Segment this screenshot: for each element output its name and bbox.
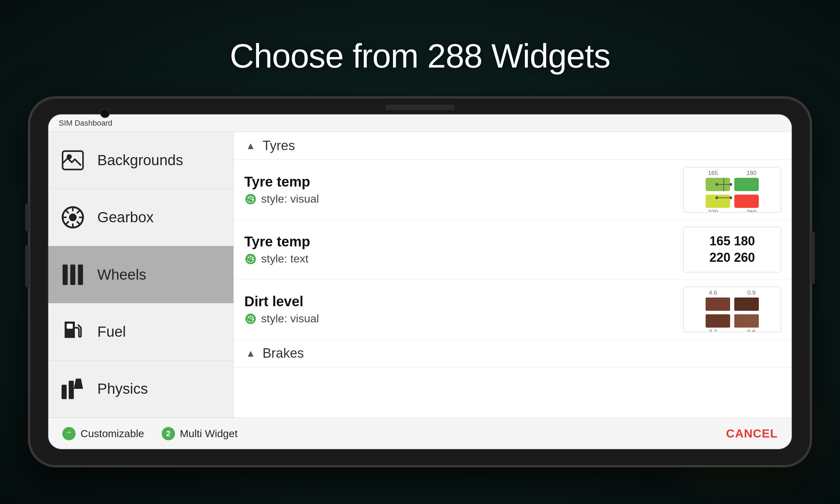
dirt-cell-tr <box>734 298 759 311</box>
svg-point-22 <box>252 197 254 198</box>
section-title-brakes: Brakes <box>262 346 304 361</box>
tyre-label-180: 180 <box>747 170 756 177</box>
dirt-label-0-9: 0.9 <box>747 289 756 296</box>
sidebar-label-backgrounds: Backgrounds <box>97 152 183 169</box>
tyre-label-260: 260 <box>747 209 756 213</box>
sidebar: Backgrounds <box>48 132 234 418</box>
footer-multi-widget: 2 Multi Widget <box>162 427 238 440</box>
svg-line-10 <box>77 211 79 214</box>
dirt-label-4-6: 4.6 <box>709 289 717 296</box>
svg-rect-13 <box>70 264 76 285</box>
widget-name-dirt-level: Dirt level <box>244 294 683 309</box>
section-header-tyres[interactable]: ▲ Tyres <box>234 132 792 160</box>
widget-item-tyre-temp-text[interactable]: Tyre temp style: text <box>234 220 792 280</box>
image-icon <box>59 146 87 174</box>
dirt-cell-br <box>734 314 759 328</box>
widget-style-label-text: style: text <box>261 252 308 265</box>
svg-rect-14 <box>78 264 83 285</box>
svg-point-20 <box>248 197 250 198</box>
footer-left: Customizable 2 Multi Widget <box>62 427 238 440</box>
widget-info-text: Tyre temp style: text <box>244 234 683 265</box>
wheels-icon <box>59 261 87 289</box>
svg-point-34 <box>252 257 254 258</box>
svg-line-8 <box>66 211 69 214</box>
main-panel: ▲ Tyres Tyre temp <box>234 132 792 418</box>
svg-rect-17 <box>69 381 74 399</box>
app-footer: Customizable 2 Multi Widget CANCEL <box>48 418 792 449</box>
widget-info-dirt: Dirt level style: visual <box>244 294 683 325</box>
app-name-label: SIM Dashboard <box>59 119 112 128</box>
widget-info: Tyre temp style: visual <box>244 174 683 205</box>
sidebar-item-fuel[interactable]: Fuel <box>48 303 233 360</box>
dirt-label-3-2: 3.2 <box>709 329 717 332</box>
tyre-cell-tr <box>734 178 759 191</box>
app-screen: SIM Dashboard Backgrounds <box>48 114 792 450</box>
customizable-label: Customizable <box>80 428 144 440</box>
sidebar-label-wheels: Wheels <box>97 266 146 283</box>
dirt-cell-bl <box>706 314 730 328</box>
tyre-label-220: 220 <box>708 209 718 213</box>
customizable-icon <box>62 427 76 440</box>
multi-widget-label: Multi Widget <box>180 428 238 440</box>
chevron-up-icon: ▲ <box>244 140 257 152</box>
widget-preview-dirt-level: 4.6 0.9 <box>683 287 781 332</box>
palette-icon-2 <box>244 253 257 265</box>
svg-point-33 <box>250 255 252 257</box>
multi-widget-badge: 2 <box>162 427 175 440</box>
widget-name-tyre-temp-text: Tyre temp <box>244 234 683 250</box>
phone-speaker <box>385 105 455 110</box>
fuel-icon <box>59 318 87 346</box>
sidebar-label-fuel: Fuel <box>97 323 126 340</box>
widget-style-tyre-temp-visual: style: visual <box>244 192 683 205</box>
section-header-brakes[interactable]: ▲ Brakes <box>234 340 792 368</box>
physics-icon <box>59 375 87 403</box>
svg-point-42 <box>67 432 68 433</box>
dirt-cell-tl <box>706 298 730 311</box>
phone-frame: SIM Dashboard Backgrounds <box>28 96 812 467</box>
app-content: Backgrounds <box>48 132 792 418</box>
svg-point-32 <box>248 257 250 258</box>
section-title-tyres: Tyres <box>262 138 295 153</box>
palette-icon <box>244 193 257 205</box>
svg-line-11 <box>66 222 69 224</box>
widget-style-label-dirt: style: visual <box>261 312 319 325</box>
tyre-cell-br <box>734 195 759 208</box>
svg-point-39 <box>252 316 254 318</box>
phone-volume-up <box>25 203 29 231</box>
status-bar: SIM Dashboard <box>48 114 792 132</box>
sidebar-item-wheels[interactable]: Wheels <box>48 246 233 303</box>
svg-rect-16 <box>62 385 67 399</box>
tyre-cell-tl <box>706 178 730 191</box>
tyre-temp-text-values: 165 180220 260 <box>709 233 755 266</box>
sidebar-item-backgrounds[interactable]: Backgrounds <box>48 132 233 189</box>
phone-camera <box>100 108 110 118</box>
widget-style-label: style: visual <box>261 192 319 205</box>
widget-style-tyre-temp-text: style: text <box>244 252 683 265</box>
widget-name-tyre-temp-visual: Tyre temp <box>244 174 683 190</box>
svg-point-44 <box>70 432 71 433</box>
svg-point-21 <box>250 196 252 197</box>
cancel-button[interactable]: CANCEL <box>726 427 778 440</box>
chevron-up-icon-brakes: ▲ <box>244 347 257 360</box>
svg-point-43 <box>69 432 70 433</box>
phone-power-button <box>811 231 815 284</box>
sidebar-item-physics[interactable]: Physics <box>48 360 233 418</box>
phone-volume-down <box>25 245 29 287</box>
widget-item-dirt-level[interactable]: Dirt level style: visual <box>234 280 792 340</box>
dirt-label-0-6: 0.6 <box>747 329 756 332</box>
svg-point-37 <box>248 316 250 318</box>
svg-point-3 <box>70 215 76 221</box>
svg-rect-15 <box>67 323 73 329</box>
tyre-label-165: 165 <box>708 170 718 177</box>
page-title: Choose from 288 Widgets <box>230 37 610 75</box>
svg-point-41 <box>66 430 72 436</box>
svg-line-9 <box>77 222 79 224</box>
sidebar-item-gearbox[interactable]: Gearbox <box>48 189 233 246</box>
widget-style-dirt-level: style: visual <box>244 312 683 325</box>
footer-customizable: Customizable <box>62 427 144 440</box>
widget-item-tyre-temp-visual[interactable]: Tyre temp style: visual <box>234 160 792 220</box>
svg-point-38 <box>250 315 252 317</box>
gearbox-icon <box>59 203 87 231</box>
sidebar-label-gearbox: Gearbox <box>97 209 154 226</box>
svg-rect-12 <box>63 264 68 285</box>
